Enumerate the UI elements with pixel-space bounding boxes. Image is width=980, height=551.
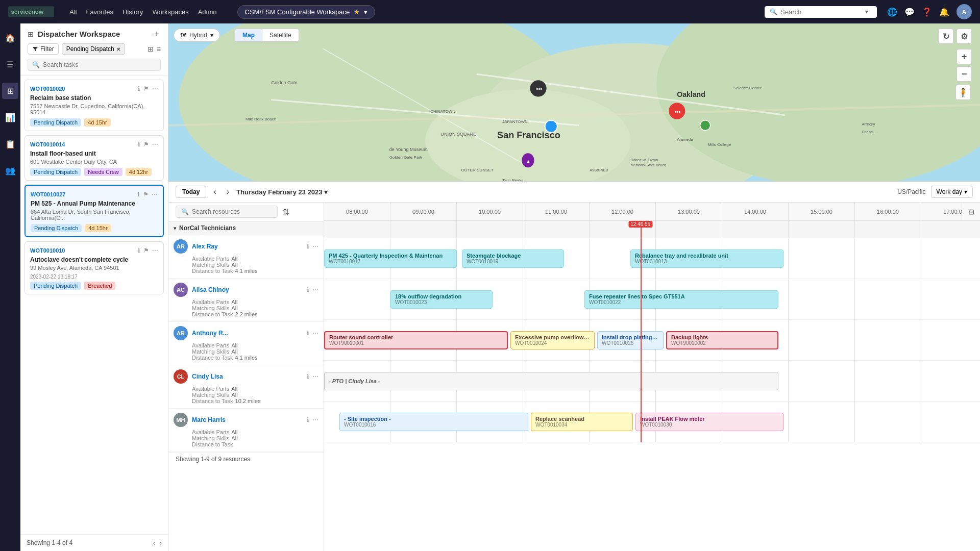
- status-filter-pill[interactable]: Pending Dispatch ✕: [62, 43, 125, 55]
- gantt-timeline[interactable]: 08:00:0009:00:0010:00:0011:00:0012:00:00…: [324, 203, 980, 551]
- resource-name[interactable]: Anthony R...: [192, 330, 228, 337]
- gantt-column-filter-button[interactable]: ⊟: [962, 203, 980, 220]
- workspace-pill[interactable]: CSM/FSM Configurable Workspace ★ ▾: [237, 5, 376, 19]
- sidebar-grid-icon[interactable]: ⊞: [2, 83, 18, 99]
- search-input[interactable]: [780, 8, 862, 16]
- gantt-task-bar[interactable]: Install drop plating sy WOT0010026: [597, 331, 664, 349]
- task-card[interactable]: WOT0010027 ℹ ⚑ ⋯ PM 525 - Annual Pump Ma…: [24, 185, 164, 237]
- info-icon[interactable]: ℹ: [138, 85, 140, 92]
- help-icon[interactable]: ❓: [922, 7, 932, 17]
- gantt-task-label: Install PEAK Flow meter: [640, 416, 705, 422]
- resource-info-icon[interactable]: ℹ: [307, 330, 309, 337]
- more-icon[interactable]: ⋯: [152, 191, 158, 198]
- resource-detail-skills: Matching Skills All: [174, 348, 318, 355]
- gantt-task-bar[interactable]: 18% outflow degradation WOT0010023: [390, 290, 493, 309]
- street-view-button[interactable]: 🧍: [955, 85, 971, 100]
- sidebar-people-icon[interactable]: 👥: [2, 162, 18, 179]
- add-tab-button[interactable]: ＋: [153, 29, 161, 39]
- flag-icon[interactable]: ⚑: [143, 141, 149, 148]
- globe-icon[interactable]: 🌐: [887, 7, 897, 17]
- next-date-button[interactable]: ›: [224, 186, 232, 197]
- gantt-task-bar[interactable]: PM 425 - Quarterly Inspection & Maintena…: [324, 249, 457, 268]
- gantt-task-bar[interactable]: Fuse repeater lines to Spec GT551A WOT00…: [584, 290, 778, 309]
- clear-filter-icon[interactable]: ✕: [116, 46, 120, 52]
- zoom-in-button[interactable]: +: [957, 49, 972, 64]
- sidebar-chart-icon[interactable]: 📊: [2, 109, 18, 126]
- date-display[interactable]: Thursday February 23 2023 ▾: [236, 188, 328, 196]
- hybrid-dropdown-icon[interactable]: ▾: [210, 32, 213, 39]
- flag-icon[interactable]: ⚑: [143, 191, 149, 198]
- map-refresh-button[interactable]: ↻: [938, 29, 953, 44]
- gantt-task-bar[interactable]: Replace scanhead WOT0010034: [531, 413, 633, 431]
- search-tasks-input[interactable]: [43, 61, 156, 68]
- map-settings-button[interactable]: ⚙: [957, 29, 972, 44]
- info-icon[interactable]: ℹ: [138, 247, 140, 254]
- chevron-down-icon[interactable]: ▾: [364, 8, 368, 16]
- resource-more-icon[interactable]: ⋯: [312, 416, 318, 423]
- resource-more-icon[interactable]: ⋯: [312, 243, 318, 250]
- gantt-task-bar[interactable]: Rebalance tray and recalibrate unit WOT0…: [630, 249, 783, 268]
- gantt-task-bar[interactable]: Router sound controller WOT90010001: [324, 331, 508, 349]
- hybrid-map-button[interactable]: 🗺 Hybrid ▾: [174, 29, 220, 42]
- notification-icon[interactable]: 🔔: [939, 7, 949, 17]
- more-icon[interactable]: ⋯: [152, 85, 158, 92]
- today-button[interactable]: Today: [176, 186, 206, 198]
- task-card[interactable]: WOT0010010 ℹ ⚑ ⋯ Autoclave doesn't compl…: [24, 241, 164, 294]
- gantt-task-id: WOT0010026: [602, 340, 659, 346]
- sidebar-home-icon[interactable]: 🏠: [2, 30, 18, 46]
- zoom-out-button[interactable]: −: [957, 66, 972, 82]
- favorite-star-icon[interactable]: ★: [354, 8, 360, 16]
- chat-icon[interactable]: 💬: [904, 7, 915, 17]
- search-dropdown-icon[interactable]: ▾: [865, 8, 868, 15]
- gantt-task-bar[interactable]: Excessive pump overflowage WOT0010024: [510, 331, 595, 349]
- gantt-task-bar[interactable]: - PTO | Cindy Lisa -: [324, 372, 778, 390]
- sort-icon[interactable]: ⊞: [148, 45, 154, 53]
- nav-workspaces[interactable]: Workspaces: [152, 8, 188, 16]
- satellite-mode-button[interactable]: Satellite: [262, 29, 299, 42]
- resource-info-icon[interactable]: ℹ: [307, 286, 309, 293]
- resource-group-header[interactable]: ▾ NorCal Technicians: [168, 221, 324, 235]
- servicenow-logo[interactable]: servicenow: [8, 6, 54, 17]
- global-search-bar[interactable]: 🔍 ▾: [765, 6, 877, 18]
- nav-history[interactable]: History: [122, 8, 143, 16]
- resource-more-icon[interactable]: ⋯: [312, 330, 318, 337]
- sidebar-menu-icon[interactable]: ☰: [2, 56, 18, 72]
- map-mode-button[interactable]: Map: [235, 29, 262, 42]
- resource-info-icon[interactable]: ℹ: [307, 243, 309, 250]
- flag-icon[interactable]: ⚑: [143, 85, 149, 92]
- gantt-sort-icon[interactable]: ⇅: [283, 207, 289, 217]
- nav-favorites[interactable]: Favorites: [86, 8, 113, 16]
- search-tasks-row[interactable]: 🔍: [28, 59, 161, 71]
- gantt-task-bar[interactable]: Backup lights WOT90010002: [666, 331, 778, 349]
- resource-info-icon[interactable]: ℹ: [307, 373, 309, 380]
- resource-info-icon[interactable]: ℹ: [307, 416, 309, 423]
- resource-name[interactable]: Alisa Chinoy: [192, 286, 229, 293]
- next-page-icon[interactable]: ›: [159, 539, 162, 547]
- more-options-icon[interactable]: ≡: [157, 45, 161, 53]
- search-resources-box[interactable]: 🔍: [176, 206, 278, 218]
- task-card[interactable]: WOT0010020 ℹ ⚑ ⋯ Reclaim base station 75…: [24, 80, 164, 131]
- sidebar-dispatch-icon[interactable]: 📋: [2, 136, 18, 152]
- resource-name[interactable]: Cindy Lisa: [192, 373, 223, 380]
- nav-all[interactable]: All: [69, 8, 77, 16]
- info-icon[interactable]: ℹ: [138, 141, 140, 148]
- prev-date-button[interactable]: ‹: [210, 186, 219, 197]
- resource-name[interactable]: Alex Ray: [192, 243, 218, 250]
- more-icon[interactable]: ⋯: [152, 141, 158, 148]
- task-card[interactable]: WOT0010014 ℹ ⚑ ⋯ Install floor-based uni…: [24, 135, 164, 181]
- gantt-task-bar[interactable]: Steamgate blockage WOT0010019: [462, 249, 564, 268]
- gantt-task-bar[interactable]: Install PEAK Flow meter WOT0010030: [635, 413, 783, 431]
- workday-button[interactable]: Work day ▾: [931, 186, 973, 198]
- user-avatar[interactable]: A: [957, 4, 972, 19]
- prev-page-icon[interactable]: ‹: [153, 539, 156, 547]
- resource-more-icon[interactable]: ⋯: [312, 286, 318, 293]
- more-icon[interactable]: ⋯: [152, 247, 158, 254]
- gantt-task-bar[interactable]: - Site inspection - WOT0010016: [339, 413, 528, 431]
- nav-admin[interactable]: Admin: [198, 8, 217, 16]
- info-icon[interactable]: ℹ: [137, 191, 140, 198]
- flag-icon[interactable]: ⚑: [143, 247, 149, 254]
- resource-more-icon[interactable]: ⋯: [312, 373, 318, 380]
- search-resources-input[interactable]: [192, 208, 263, 215]
- filter-button[interactable]: Filter: [28, 43, 59, 55]
- resource-name[interactable]: Marc Harris: [192, 416, 226, 423]
